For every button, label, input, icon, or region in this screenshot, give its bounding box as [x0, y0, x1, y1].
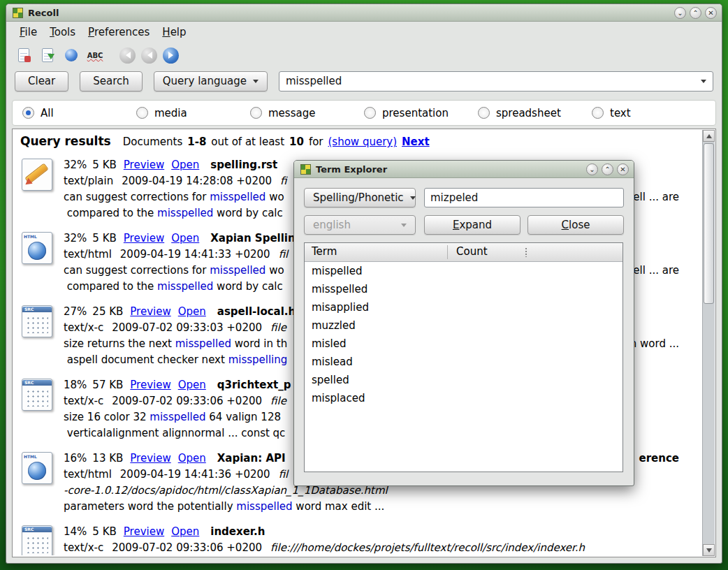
query-combobox[interactable]: [279, 71, 713, 92]
recoll-app-icon: [300, 164, 311, 175]
results-scrollbar[interactable]: [702, 130, 715, 556]
shade-button[interactable]: ⌄: [674, 7, 686, 19]
expansion-mode-select[interactable]: Spelling/Phonetic: [304, 188, 416, 207]
dialog-shade-button[interactable]: ⌄: [586, 163, 598, 175]
open-link[interactable]: Open: [178, 305, 206, 318]
arrow-left-icon: [144, 52, 152, 59]
filter-label: spreadsheet: [496, 107, 561, 119]
radio-button-icon: [364, 107, 376, 119]
relevance-percent: 32%: [64, 232, 87, 244]
dialog-titlebar[interactable]: Term Explorer ⌄ ⌃ ✕: [294, 161, 634, 178]
column-separator-handle[interactable]: [525, 247, 527, 257]
menu-help[interactable]: Help: [156, 24, 192, 41]
preview-link[interactable]: Preview: [124, 232, 164, 244]
filter-spreadsheet[interactable]: spreadsheet: [478, 107, 592, 119]
dialog-close-button[interactable]: Close: [527, 215, 624, 235]
menu-file[interactable]: File: [13, 24, 43, 41]
term-row[interactable]: muzzled: [305, 316, 623, 335]
query-language-label: Query language: [163, 75, 247, 87]
clear-search-button[interactable]: [15, 46, 33, 64]
open-link[interactable]: Open: [178, 379, 206, 391]
scrollbar-thumb[interactable]: [704, 143, 714, 304]
term-row[interactable]: misapplied: [305, 298, 623, 316]
relevance-percent: 14%: [64, 525, 87, 538]
arrow-up-icon: [706, 131, 712, 138]
term-row[interactable]: spelled: [305, 371, 623, 389]
result-url: fil: [279, 248, 289, 261]
abstract-fragment: ell ... are: [633, 263, 679, 279]
term-table-header[interactable]: Term Count: [305, 243, 623, 262]
query-language-select[interactable]: Query language: [154, 71, 268, 92]
filter-media[interactable]: media: [136, 107, 250, 119]
menu-tools[interactable]: Tools: [43, 24, 82, 41]
term-row[interactable]: mispelled: [305, 262, 623, 280]
result-title: aspell-local.h: [217, 305, 296, 318]
close-button[interactable]: ✕: [705, 7, 717, 19]
term-row[interactable]: misled: [305, 335, 623, 353]
scroll-up-button[interactable]: [703, 130, 715, 142]
dialog-maximize-button[interactable]: ⌃: [602, 163, 613, 175]
term-row[interactable]: misplaced: [305, 389, 623, 407]
radio-button-icon: [136, 107, 148, 119]
save-query-button[interactable]: [38, 46, 57, 64]
relevance-percent: 16%: [64, 452, 87, 465]
abstract-text: wo: [265, 191, 284, 203]
count-column-header[interactable]: Count: [456, 245, 488, 258]
menu-preferences[interactable]: Preferences: [82, 24, 156, 41]
next-page-link[interactable]: Next: [402, 136, 430, 148]
preview-link[interactable]: Preview: [130, 305, 170, 318]
dialog-window-controls: ⌄ ⌃ ✕: [586, 163, 629, 175]
expand-button[interactable]: Expand: [424, 215, 520, 235]
preview-link[interactable]: Preview: [124, 159, 164, 171]
chevron-down-icon: [410, 196, 416, 203]
filter-message[interactable]: message: [250, 107, 364, 119]
term-row[interactable]: misspelled: [305, 280, 623, 298]
filter-label: presentation: [382, 107, 449, 119]
search-button[interactable]: Search: [80, 71, 143, 92]
results-title: Query results: [20, 134, 111, 148]
first-page-button[interactable]: [119, 48, 136, 64]
clock-icon: [64, 48, 79, 63]
filter-all[interactable]: All: [22, 107, 136, 119]
next-page-button[interactable]: [163, 48, 179, 64]
open-link[interactable]: Open: [171, 159, 199, 171]
preview-link[interactable]: Preview: [130, 379, 170, 391]
term-table: Term Count mispelledmisspelledmisapplied…: [304, 242, 623, 472]
filter-label: text: [610, 107, 631, 119]
search-input[interactable]: [286, 75, 701, 87]
open-link[interactable]: Open: [171, 525, 199, 538]
save-query-icon: [40, 48, 55, 63]
maximize-button[interactable]: ⌃: [690, 7, 701, 19]
result-date: 2009-07-02 09:33:06 +0200: [112, 395, 262, 407]
result-date: 2009-07-02 09:33:03 +0200: [112, 321, 262, 334]
arrow-down-icon: [706, 548, 712, 555]
term-cell: misled: [305, 337, 347, 350]
prev-page-button[interactable]: [141, 48, 157, 64]
abstract-text: word max edit ...: [293, 500, 385, 513]
file-size: 13 KB: [92, 452, 123, 465]
term-cell: misspelled: [305, 283, 367, 295]
open-link[interactable]: Open: [171, 232, 199, 244]
result-title: q3richtext_p: [217, 379, 291, 391]
radio-button-icon: [250, 107, 262, 119]
chevron-down-icon[interactable]: [701, 80, 706, 86]
term-row[interactable]: mislead: [305, 353, 623, 371]
term-column-header[interactable]: Term: [312, 245, 337, 258]
open-link[interactable]: Open: [178, 452, 206, 465]
scroll-down-button[interactable]: [703, 544, 715, 556]
titlebar[interactable]: Recoll ⌄ ⌃ ✕: [6, 4, 722, 22]
dialog-close-x-button[interactable]: ✕: [617, 163, 629, 175]
filter-presentation[interactable]: presentation: [364, 107, 478, 119]
result-url: file: [270, 395, 286, 407]
term-explorer-button[interactable]: ABC: [86, 46, 104, 64]
column-separator: [447, 245, 448, 259]
language-select: english: [304, 215, 416, 235]
highlight-term: misspelled: [175, 337, 231, 350]
clear-button[interactable]: Clear: [15, 71, 68, 92]
query-history-button[interactable]: [62, 46, 80, 64]
preview-link[interactable]: Preview: [124, 525, 164, 538]
preview-link[interactable]: Preview: [130, 452, 170, 465]
filter-text[interactable]: text: [592, 107, 706, 119]
show-query-link[interactable]: (show query): [328, 136, 398, 148]
term-input[interactable]: [424, 188, 624, 207]
